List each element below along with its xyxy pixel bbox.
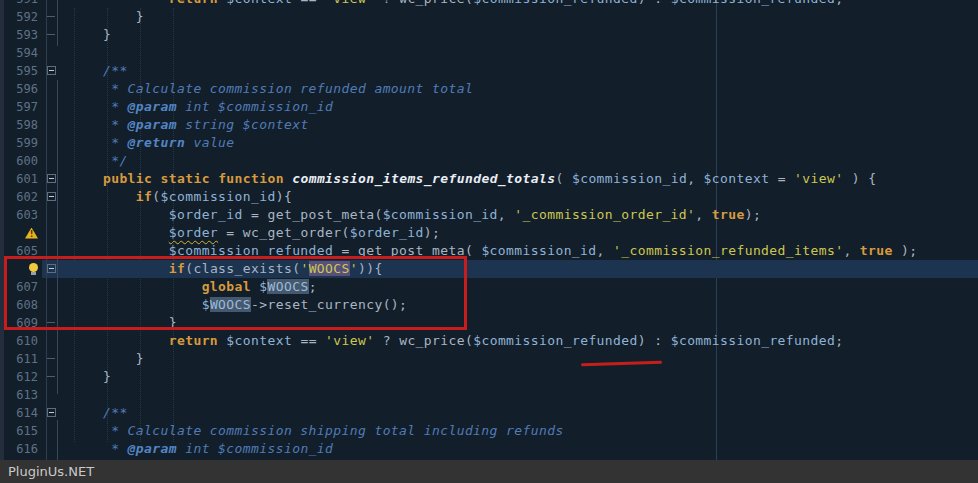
fold-column <box>42 404 62 422</box>
fold-collapse-icon[interactable] <box>47 264 56 273</box>
fold-column <box>42 62 62 80</box>
code-editor[interactable]: 591 return $context == 'view' ? wc_price… <box>0 0 978 460</box>
fold-column <box>42 188 62 206</box>
code-token: $commission_id <box>161 189 276 204</box>
code-line-598: 598 * @param string $context <box>0 116 978 134</box>
code-token: ; <box>835 0 843 6</box>
fold-collapse-icon[interactable] <box>47 192 56 201</box>
code-line-606: if(class_exists('WOOCS')){ <box>0 260 978 278</box>
code-token: ){ <box>276 189 292 204</box>
code-line-607: 607 global $WOOCS; <box>0 278 978 296</box>
code-text[interactable]: * @param string $context <box>62 116 978 134</box>
line-number: 601 <box>0 170 42 188</box>
line-number: 595 <box>0 62 42 80</box>
fold-column <box>42 386 62 404</box>
code-text[interactable]: */ <box>62 152 978 170</box>
code-text[interactable]: * Calculate commission refunded amount t… <box>62 80 978 98</box>
status-bar: PluginUs.NET <box>0 460 978 483</box>
code-text[interactable]: * @param int $commission_id <box>62 440 978 458</box>
fold-collapse-icon[interactable] <box>47 174 56 183</box>
line-number: 610 <box>0 332 42 350</box>
line-number: 611 <box>0 350 42 368</box>
code-line-602: 602 if($commission_id){ <box>0 188 978 206</box>
code-token <box>152 171 160 186</box>
code-text[interactable]: $commission_refunded = get_post_meta( $c… <box>62 242 978 260</box>
code-token <box>284 171 292 186</box>
fold-column <box>42 80 62 98</box>
code-text[interactable]: * @param int $commission_id <box>62 98 978 116</box>
code-text[interactable]: $order_id = get_post_meta($commission_id… <box>62 206 978 224</box>
code-token <box>70 441 103 456</box>
line-number: 612 <box>0 368 42 386</box>
code-token: * <box>103 117 128 132</box>
fold-column <box>42 170 62 188</box>
code-text[interactable]: } <box>62 368 978 386</box>
code-line-615: 615 * Calculate commission shipping tota… <box>0 422 978 440</box>
fold-column <box>42 260 62 278</box>
code-text[interactable] <box>62 386 978 404</box>
gutter-cell <box>0 260 42 278</box>
code-text[interactable]: $WOOCS->reset_currency(); <box>62 296 978 314</box>
code-token <box>70 153 103 168</box>
code-text[interactable]: /** <box>62 62 978 80</box>
line-number: 597 <box>0 98 42 116</box>
fold-collapse-icon[interactable] <box>47 66 56 75</box>
code-token: 'view' <box>325 333 374 348</box>
code-token: @param <box>128 99 177 114</box>
code-line-614: 614 /** <box>0 404 978 422</box>
code-token: )){ <box>358 261 383 276</box>
warning-icon[interactable]: ! <box>25 228 38 239</box>
line-number: 592 <box>0 8 42 26</box>
fold-column <box>42 350 62 368</box>
ide-screenshot: 591 return $context == 'view' ? wc_price… <box>0 0 978 483</box>
code-text[interactable]: public static function commission_items_… <box>62 170 978 188</box>
line-number: 607 <box>0 278 42 296</box>
code-token <box>70 99 103 114</box>
code-text[interactable]: } <box>62 314 978 332</box>
code-line-593: 593 } <box>0 26 978 44</box>
code-token: if <box>136 189 152 204</box>
code-text[interactable]: /** <box>62 404 978 422</box>
code-text[interactable]: return $context == 'view' ? wc_price($co… <box>62 0 978 8</box>
code-line-603: 603 $order_id = get_post_meta($commissio… <box>0 206 978 224</box>
code-text[interactable]: return $context == 'view' ? wc_price($co… <box>62 332 978 350</box>
code-text[interactable]: * @return value <box>62 134 978 152</box>
code-text[interactable]: } <box>62 26 978 44</box>
code-text[interactable]: } <box>62 350 978 368</box>
code-token: ) : <box>638 333 671 348</box>
code-token <box>70 171 103 186</box>
code-text[interactable]: } <box>62 8 978 26</box>
code-token: $context <box>226 0 292 6</box>
code-text[interactable]: if(class_exists('WOOCS')){ <box>62 260 978 278</box>
code-token: ); <box>424 225 440 240</box>
code-text[interactable]: $order = wc_get_order($order_id); <box>62 224 978 242</box>
code-text[interactable]: global $WOOCS; <box>62 278 978 296</box>
fold-end-mark <box>47 322 55 323</box>
fold-end-mark <box>47 34 55 35</box>
code-token: true <box>712 207 745 222</box>
code-token: $ <box>202 297 210 312</box>
code-token: $commission_refunded <box>473 333 638 348</box>
code-token: , <box>498 207 514 222</box>
gutter-cell: ! <box>0 224 42 242</box>
code-line-610: 610 return $context == 'view' ? wc_price… <box>0 332 978 350</box>
fold-collapse-icon[interactable] <box>47 408 56 417</box>
code-text[interactable]: if($commission_id){ <box>62 188 978 206</box>
code-token <box>70 243 169 258</box>
code-text[interactable]: * Calculate commission shipping total in… <box>62 422 978 440</box>
code-token: true <box>860 243 893 258</box>
code-text[interactable] <box>62 44 978 62</box>
lightbulb-icon[interactable] <box>29 263 38 272</box>
fold-column <box>42 242 62 260</box>
fold-column <box>42 206 62 224</box>
fold-column <box>42 224 62 242</box>
code-token: $commission_refunded <box>671 333 836 348</box>
code-line-599: 599 * @return value <box>0 134 978 152</box>
code-token: WOOCS <box>309 261 350 276</box>
code-token: $order_id <box>169 207 243 222</box>
code-token: = get_post_meta( <box>243 207 383 222</box>
code-token: = wc_get_order( <box>218 225 350 240</box>
code-token: /** <box>103 63 128 78</box>
code-token: ) { <box>843 171 876 186</box>
code-token: $commission_id <box>481 243 596 258</box>
